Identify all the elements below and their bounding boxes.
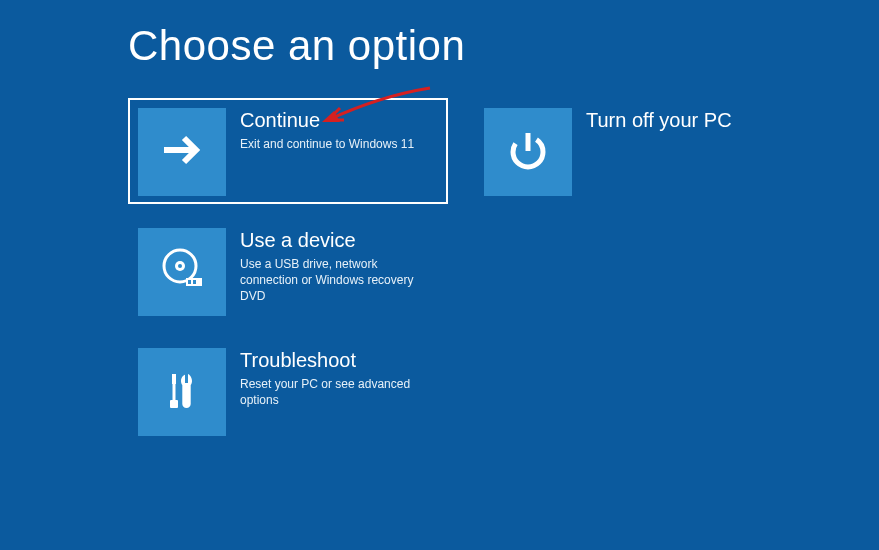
svg-rect-10 <box>170 400 178 408</box>
arrow-right-icon <box>158 126 206 178</box>
options-grid: Continue Exit and continue to Windows 11… <box>128 98 828 444</box>
use-device-title: Use a device <box>240 228 438 252</box>
turnoff-title: Turn off your PC <box>586 108 732 132</box>
troubleshoot-icon-box <box>138 348 226 436</box>
continue-title: Continue <box>240 108 414 132</box>
option-continue[interactable]: Continue Exit and continue to Windows 11 <box>128 98 448 204</box>
svg-point-4 <box>178 264 182 268</box>
turnoff-text: Turn off your PC <box>572 108 732 136</box>
troubleshoot-text: Troubleshoot Reset your PC or see advanc… <box>226 348 438 408</box>
use-device-desc: Use a USB drive, network connection or W… <box>240 256 438 305</box>
option-turnoff[interactable]: Turn off your PC <box>474 98 794 204</box>
troubleshoot-desc: Reset your PC or see advanced options <box>240 376 438 408</box>
use-device-text: Use a device Use a USB drive, network co… <box>226 228 438 305</box>
power-icon <box>504 126 552 178</box>
disc-usb-icon <box>156 244 208 300</box>
page-title: Choose an option <box>128 22 879 70</box>
svg-rect-9 <box>173 384 176 400</box>
use-device-icon-box <box>138 228 226 316</box>
svg-rect-7 <box>193 280 196 284</box>
continue-text: Continue Exit and continue to Windows 11 <box>226 108 414 152</box>
turnoff-icon-box <box>484 108 572 196</box>
continue-desc: Exit and continue to Windows 11 <box>240 136 414 152</box>
option-use-device[interactable]: Use a device Use a USB drive, network co… <box>128 218 448 324</box>
tools-icon <box>158 366 206 418</box>
svg-rect-8 <box>172 374 176 384</box>
option-troubleshoot[interactable]: Troubleshoot Reset your PC or see advanc… <box>128 338 448 444</box>
troubleshoot-title: Troubleshoot <box>240 348 438 372</box>
recovery-screen: Choose an option Continue Exit and conti… <box>0 0 879 444</box>
svg-rect-6 <box>188 280 191 284</box>
svg-rect-11 <box>185 374 188 383</box>
continue-icon-box <box>138 108 226 196</box>
